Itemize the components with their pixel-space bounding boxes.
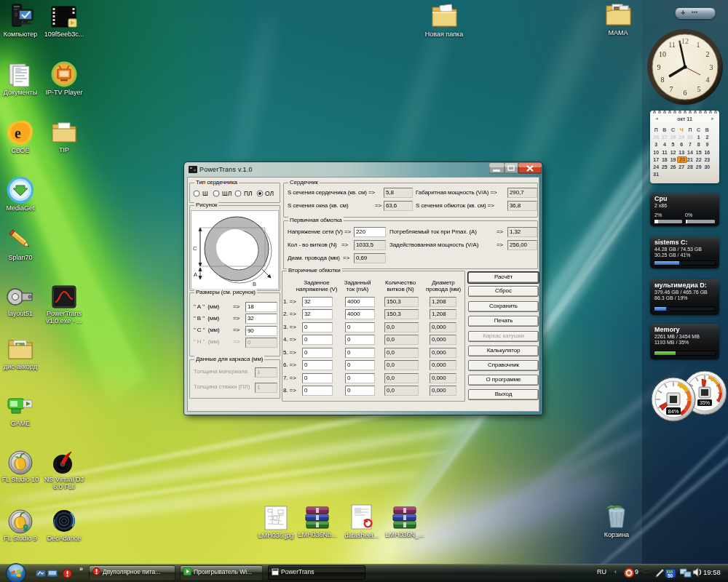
- svg-text:50: 50: [668, 573, 673, 578]
- svg-text:8: 8: [661, 76, 665, 84]
- svg-text:35%: 35%: [700, 400, 710, 405]
- svg-text:2: 2: [706, 50, 710, 58]
- svg-text:9: 9: [23, 523, 28, 533]
- svg-text:84%: 84%: [668, 408, 678, 415]
- svg-text:9: 9: [657, 63, 661, 71]
- svg-text:6: 6: [684, 89, 687, 97]
- svg-text:4: 4: [706, 76, 710, 84]
- svg-text:e: e: [15, 125, 21, 141]
- svg-text:7: 7: [670, 85, 673, 93]
- svg-text:5: 5: [697, 85, 701, 93]
- svg-text:B: B: [253, 281, 256, 287]
- svg-text:3: 3: [710, 63, 713, 71]
- svg-text:A: A: [194, 271, 197, 278]
- svg-text:C: C: [193, 245, 197, 252]
